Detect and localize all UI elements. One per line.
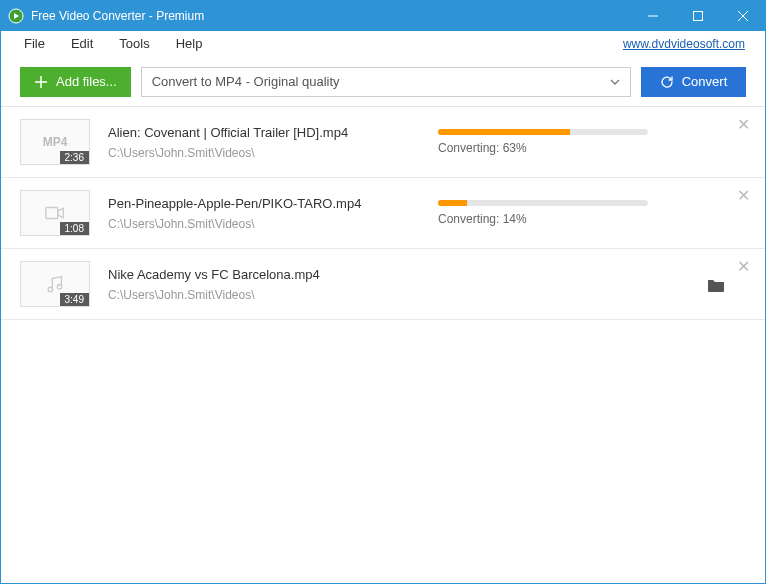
- thumbnail: 1:08: [20, 190, 90, 236]
- open-folder-button[interactable]: [707, 277, 725, 296]
- chevron-down-icon: [610, 79, 620, 85]
- toolbar: Add files... Convert to MP4 - Original q…: [1, 57, 765, 107]
- progress-area: Converting: 14%: [438, 200, 746, 226]
- titlebar: Free Video Converter - Premium: [1, 1, 765, 31]
- file-path: C:\Users\John.Smit\Videos\: [108, 288, 438, 302]
- close-button[interactable]: [720, 1, 765, 31]
- refresh-icon: [660, 75, 674, 89]
- app-icon: [8, 8, 24, 24]
- menu-edit[interactable]: Edit: [58, 33, 106, 54]
- menubar: File Edit Tools Help www.dvdvideosoft.co…: [1, 31, 765, 57]
- convert-button[interactable]: Convert: [641, 67, 746, 97]
- thumb-label: MP4: [43, 135, 68, 149]
- file-info: Pen-Pineapple-Apple-Pen/PIKO-TARO.mp4 C:…: [108, 196, 438, 231]
- menu-file[interactable]: File: [11, 33, 58, 54]
- minimize-button[interactable]: [630, 1, 675, 31]
- file-row: 1:08 Pen-Pineapple-Apple-Pen/PIKO-TARO.m…: [1, 178, 765, 249]
- file-info: Alien: Covenant | Official Trailer [HD].…: [108, 125, 438, 160]
- progress-bar: [438, 129, 648, 135]
- svg-point-9: [57, 284, 62, 289]
- duration-badge: 1:08: [60, 222, 89, 235]
- file-path: C:\Users\John.Smit\Videos\: [108, 146, 438, 160]
- progress-text: Converting: 63%: [438, 141, 746, 155]
- video-icon: [44, 202, 66, 224]
- svg-rect-2: [693, 12, 702, 21]
- file-name: Alien: Covenant | Official Trailer [HD].…: [108, 125, 438, 140]
- window-controls: [630, 1, 765, 31]
- thumbnail: 3:49: [20, 261, 90, 307]
- add-files-button[interactable]: Add files...: [20, 67, 131, 97]
- remove-file-button[interactable]: ✕: [737, 117, 750, 133]
- file-name: Pen-Pineapple-Apple-Pen/PIKO-TARO.mp4: [108, 196, 438, 211]
- progress-bar: [438, 200, 648, 206]
- file-path: C:\Users\John.Smit\Videos\: [108, 217, 438, 231]
- music-icon: [44, 273, 66, 295]
- window-title: Free Video Converter - Premium: [31, 9, 630, 23]
- progress-area: Converting: 63%: [438, 129, 746, 155]
- progress-text: Converting: 14%: [438, 212, 746, 226]
- file-row: MP4 2:36 Alien: Covenant | Official Trai…: [1, 107, 765, 178]
- remove-file-button[interactable]: ✕: [737, 188, 750, 204]
- menu-tools[interactable]: Tools: [106, 33, 162, 54]
- file-row: 3:49 Nike Academy vs FC Barcelona.mp4 C:…: [1, 249, 765, 320]
- file-info: Nike Academy vs FC Barcelona.mp4 C:\User…: [108, 267, 438, 302]
- website-link[interactable]: www.dvdvideosoft.com: [623, 37, 755, 51]
- duration-badge: 2:36: [60, 151, 89, 164]
- remove-file-button[interactable]: ✕: [737, 259, 750, 275]
- menu-help[interactable]: Help: [163, 33, 216, 54]
- file-name: Nike Academy vs FC Barcelona.mp4: [108, 267, 438, 282]
- maximize-button[interactable]: [675, 1, 720, 31]
- file-list: MP4 2:36 Alien: Covenant | Official Trai…: [1, 107, 765, 320]
- svg-rect-7: [46, 208, 58, 219]
- convert-label: Convert: [682, 74, 728, 89]
- add-files-label: Add files...: [56, 74, 117, 89]
- format-label: Convert to MP4 - Original quality: [152, 74, 340, 89]
- format-dropdown[interactable]: Convert to MP4 - Original quality: [141, 67, 631, 97]
- thumbnail: MP4 2:36: [20, 119, 90, 165]
- plus-icon: [34, 75, 48, 89]
- duration-badge: 3:49: [60, 293, 89, 306]
